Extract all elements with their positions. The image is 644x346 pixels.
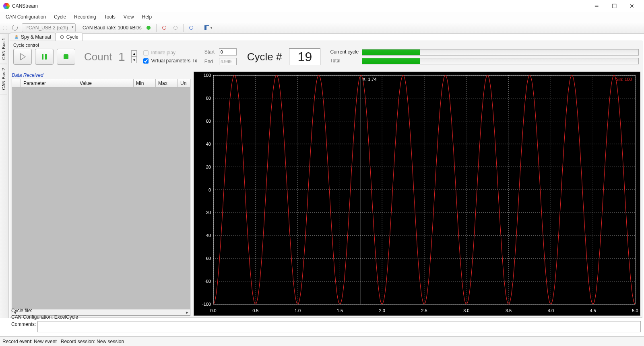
toolbar: ⋮⋮ PCAN_USB 2 (52h) CAN Baud rate: 1000 … — [0, 22, 644, 34]
count-spinner[interactable]: ▲ ▼ — [131, 50, 137, 63]
svg-text:-100: -100 — [202, 302, 211, 307]
comments-input[interactable] — [37, 321, 641, 332]
end-input[interactable] — [219, 58, 237, 65]
layout-button[interactable]: ▾ — [202, 23, 215, 32]
menu-help[interactable]: Help — [138, 13, 156, 21]
grid-header-parameter[interactable]: Parameter — [21, 79, 77, 87]
svg-rect-3 — [42, 54, 43, 60]
can-config-label: CAN Configuration: ExcelCycle — [11, 314, 641, 320]
status-session: Record session: New session — [61, 339, 124, 344]
record-button[interactable] — [160, 23, 169, 32]
svg-text:Sin: 100: Sin: 100 — [616, 77, 632, 82]
end-label: End — [204, 59, 217, 64]
grid-header-max[interactable]: Max — [156, 79, 178, 87]
cycle-file-label: Cycle file: — [11, 307, 641, 314]
count-value: 1 — [115, 50, 128, 64]
count-down[interactable]: ▼ — [131, 57, 137, 63]
infinite-play-input[interactable] — [143, 50, 149, 56]
cycle-control-panel: Cycle control Count 1 ▲ ▼ Infinite play — [10, 41, 642, 68]
infinite-play-label: Infinite play — [151, 50, 175, 56]
grid-header-unit[interactable]: Un — [178, 79, 190, 87]
target-icon — [189, 26, 193, 30]
svg-point-0 — [16, 35, 18, 37]
menu-recording[interactable]: Recording — [70, 13, 100, 21]
refresh-icon — [11, 24, 19, 31]
grid-header-blank[interactable] — [12, 79, 21, 87]
start-input[interactable] — [219, 48, 237, 56]
svg-rect-5 — [64, 54, 68, 59]
client-area: Cycle control Count 1 ▲ ▼ Infinite play — [10, 41, 642, 318]
virtual-params-label: Virtual parameters Tx — [151, 58, 197, 64]
pause-icon — [40, 52, 49, 61]
count-up[interactable]: ▲ — [131, 50, 137, 57]
menu-view[interactable]: View — [120, 13, 138, 21]
total-label: Total — [330, 58, 359, 64]
green-dot-icon — [147, 26, 151, 30]
layout-icon — [204, 25, 209, 30]
stop-button[interactable] — [57, 49, 75, 65]
chart[interactable]: 0.00.51.01.52.02.53.03.54.04.55.0-100-80… — [194, 72, 640, 316]
baud-rate-label: CAN Baud rate: 1000 kBit/s — [83, 25, 142, 31]
svg-rect-4 — [45, 54, 47, 60]
window-title: CANStream — [12, 3, 38, 9]
status-led-button[interactable] — [144, 23, 153, 32]
svg-text:-80: -80 — [204, 279, 211, 284]
menu-can-configuration[interactable]: CAN Configuration — [2, 13, 50, 21]
virtual-params-checkbox[interactable]: Virtual parameters Tx — [143, 58, 197, 64]
svg-text:-40: -40 — [204, 233, 211, 238]
gear-icon — [60, 35, 64, 39]
toolbar-sep-1 — [79, 24, 79, 32]
total-progress — [362, 58, 639, 64]
tab-cycle[interactable]: Cycle — [55, 33, 83, 41]
start-label: Start — [204, 49, 217, 55]
play-button[interactable] — [13, 49, 32, 65]
tab-cycle-label: Cycle — [66, 34, 78, 40]
menubar: CAN Configuration Cycle Recording Tools … — [0, 12, 644, 22]
menu-cycle[interactable]: Cycle — [50, 13, 70, 21]
minimize-button[interactable]: ━ — [588, 0, 605, 12]
svg-text:100: 100 — [204, 73, 211, 78]
dropdown-chevron-icon: ▾ — [211, 26, 212, 30]
current-progress — [362, 49, 639, 56]
svg-point-2 — [62, 37, 62, 37]
target-button[interactable] — [187, 23, 196, 32]
infinite-play-checkbox[interactable]: Infinite play — [143, 50, 197, 56]
statusbar: Record event: New event Record session: … — [0, 336, 644, 346]
svg-text:20: 20 — [206, 165, 211, 169]
device-combo[interactable]: PCAN_USB 2 (52h) — [22, 23, 76, 32]
app-icon — [3, 3, 10, 9]
grid-header-value[interactable]: Value — [77, 79, 134, 87]
play-icon — [18, 52, 27, 61]
tab-spy-label: Spy & Manual — [21, 34, 51, 40]
svg-text:40: 40 — [206, 142, 211, 146]
svg-text:X: 1.74: X: 1.74 — [363, 77, 377, 82]
data-received-pane: Data Received Parameter Value Min Max Un… — [12, 72, 190, 316]
vtab-can-bus-2[interactable]: CAN Bus 2 — [0, 64, 7, 94]
document-tabs: Spy & Manual Cycle — [10, 32, 83, 41]
current-cycle-label: Current cycle — [330, 49, 359, 55]
grid-header-min[interactable]: Min — [134, 79, 156, 87]
svg-text:60: 60 — [206, 119, 211, 124]
lower-split: Data Received Parameter Value Min Max Un… — [12, 72, 640, 316]
tab-spy-manual[interactable]: Spy & Manual — [10, 33, 56, 41]
svg-text:0: 0 — [208, 187, 211, 192]
vtab-can-bus-1[interactable]: CAN Bus 1 — [0, 34, 7, 64]
count-label: Count — [84, 51, 112, 63]
chart-svg: 0.00.51.01.52.02.53.03.54.04.55.0-100-80… — [194, 72, 640, 315]
virtual-params-input[interactable] — [143, 58, 149, 64]
toolbar-handle: ⋮⋮ — [2, 26, 8, 30]
refresh-button[interactable] — [10, 23, 19, 32]
pause-button[interactable] — [35, 49, 54, 65]
close-button[interactable]: ✕ — [623, 0, 641, 12]
record-disabled-button[interactable] — [171, 23, 180, 32]
menu-tools[interactable]: Tools — [100, 13, 120, 21]
footer-info: Cycle file: CAN Configuration: ExcelCycl… — [11, 307, 641, 332]
record-icon — [162, 26, 166, 30]
maximize-button[interactable]: ☐ — [605, 0, 623, 12]
data-grid[interactable]: Parameter Value Min Max Un ◄► — [12, 79, 190, 316]
record-grey-icon — [173, 26, 178, 30]
data-received-heading: Data Received — [12, 72, 190, 79]
toolbar-sep-2 — [156, 24, 157, 32]
svg-text:-60: -60 — [204, 256, 211, 261]
svg-text:80: 80 — [206, 96, 211, 101]
